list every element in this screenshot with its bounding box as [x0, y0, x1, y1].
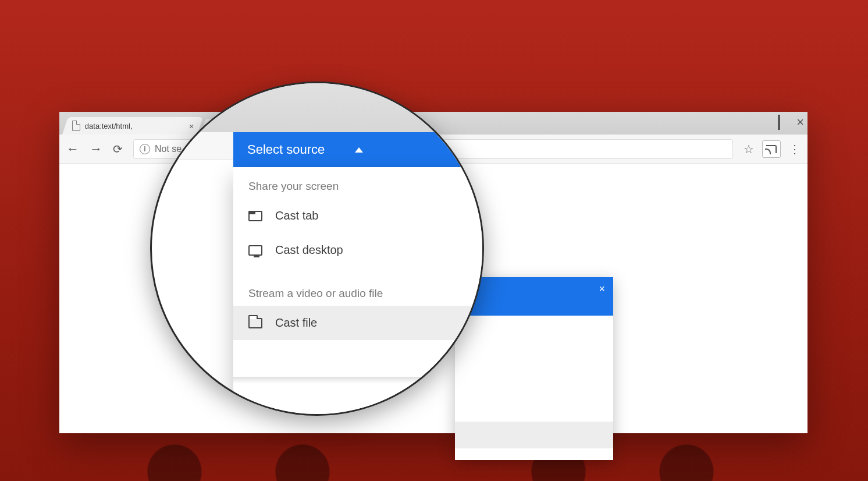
tab-title: data:text/html,: [85, 122, 133, 130]
nav-reload-button[interactable]: ⟳: [113, 143, 123, 155]
window-maximize-button[interactable]: [778, 115, 780, 129]
tab-icon: [248, 211, 262, 221]
stream-file-section-label: Stream a video or audio file: [233, 274, 482, 306]
cast-tab-label: Cast tab: [275, 209, 318, 222]
address-security-label: Not se: [155, 144, 182, 154]
tab-close-button[interactable]: ×: [189, 121, 194, 131]
chrome-menu-button[interactable]: ⋮: [789, 142, 801, 156]
cast-file-option[interactable]: Cast file: [233, 306, 482, 340]
page-icon: [72, 121, 80, 131]
cast-toolbar-button[interactable]: [762, 140, 781, 158]
chevron-up-icon: [355, 147, 363, 153]
cast-desktop-option[interactable]: Cast desktop: [233, 233, 482, 267]
cast-source-header-label: Select source: [247, 142, 325, 157]
site-info-icon[interactable]: i: [140, 144, 150, 154]
cast-dialog-hovered-row[interactable]: [455, 422, 613, 448]
cast-desktop-label: Cast desktop: [275, 243, 343, 257]
desktop-icon: [248, 245, 262, 256]
browser-tab[interactable]: data:text/html, ×: [62, 117, 203, 135]
cast-dialog-close-button[interactable]: ×: [599, 283, 605, 295]
nav-back-button[interactable]: ←: [66, 143, 79, 155]
cast-dialog: ×: [455, 277, 613, 460]
bookmark-star-button[interactable]: ☆: [744, 142, 754, 156]
cast-file-label: Cast file: [275, 316, 317, 330]
nav-forward-button[interactable]: →: [90, 143, 102, 155]
share-screen-section-label: Share your screen: [233, 167, 482, 199]
magnifier-view: Select source Share your screen Cast tab…: [150, 82, 484, 416]
folder-icon: [248, 318, 262, 328]
cast-tab-option[interactable]: Cast tab: [233, 199, 482, 233]
window-close-button[interactable]: ×: [796, 115, 804, 129]
